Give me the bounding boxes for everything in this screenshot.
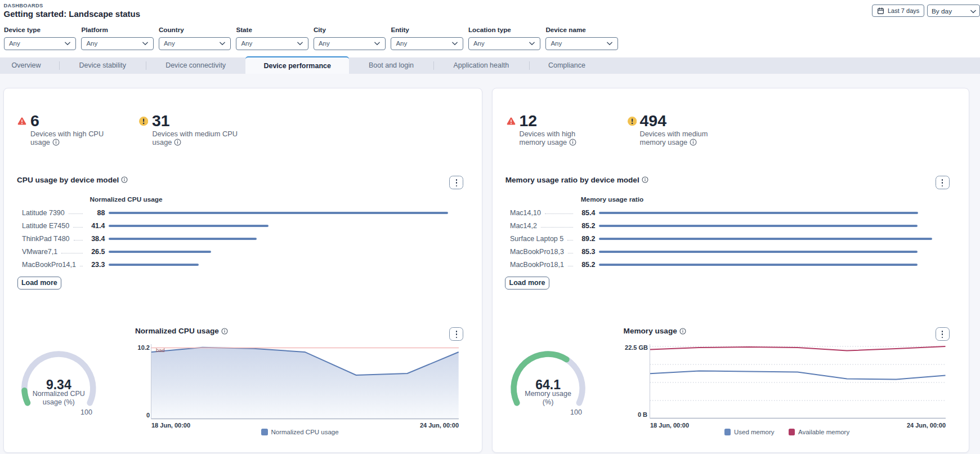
svg-text:22.5 GB: 22.5 GB (625, 344, 648, 351)
svg-text:10.2: 10.2 (138, 344, 150, 351)
svg-text:18 Jun, 00:00: 18 Jun, 00:00 (650, 422, 689, 429)
svg-text:24 Jun, 00:00: 24 Jun, 00:00 (907, 422, 946, 429)
svg-text:0: 0 (146, 412, 150, 419)
svg-text:bad: bad (156, 347, 165, 353)
svg-text:18 Jun, 00:00: 18 Jun, 00:00 (151, 422, 190, 429)
svg-text:24 Jun, 00:00: 24 Jun, 00:00 (420, 422, 459, 429)
svg-text:0 B: 0 B (638, 411, 647, 418)
